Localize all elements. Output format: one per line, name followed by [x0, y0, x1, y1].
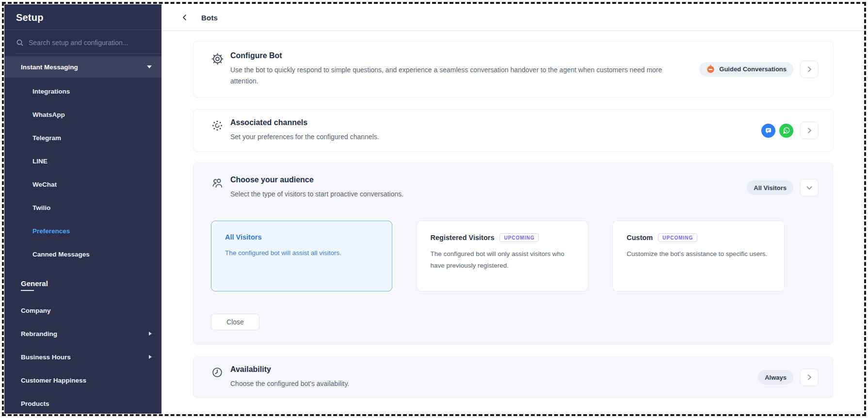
search-input[interactable] — [29, 39, 140, 47]
card-text: Associated channels Set your preferences… — [230, 118, 761, 143]
sidebar-item-products[interactable]: Products — [4, 392, 161, 414]
chevron-right-icon — [149, 355, 152, 359]
collapse-audience-button[interactable] — [800, 179, 819, 196]
setup-sidebar: Setup Instant Messaging Integrations Wha… — [4, 4, 161, 414]
sidebar-item-label: Business Hours — [21, 354, 71, 361]
panel-header: Choose your audience Select the type of … — [211, 176, 819, 200]
settings-list: Configure Bot Use the bot to quickly res… — [161, 31, 864, 414]
sidebar-item-label: Twilio — [32, 204, 50, 211]
sidebar-item-wechat[interactable]: WeChat — [4, 173, 161, 196]
audience-option-custom[interactable]: Custom UPCOMING Customize the bot's assi… — [612, 221, 785, 291]
badge-label: Always — [765, 374, 787, 381]
page-title: Bots — [201, 14, 218, 22]
chevron-right-icon — [806, 66, 813, 73]
search-icon — [16, 39, 24, 47]
sidebar-item-label: Integrations — [32, 88, 70, 95]
sidebar-item-label: Telegram — [32, 134, 61, 142]
sidebar-item-integrations[interactable]: Integrations — [4, 80, 161, 103]
card-controls: All Visitors — [747, 179, 819, 196]
section-header-label: General — [21, 279, 161, 288]
close-button[interactable]: Close — [211, 314, 259, 330]
open-configure-bot-button[interactable] — [800, 61, 819, 78]
sidebar-item-twilio[interactable]: Twilio — [4, 196, 161, 219]
channels-icon — [211, 118, 230, 134]
sidebar-item-label: WeChat — [32, 181, 57, 188]
card-title: Availability — [230, 365, 746, 374]
channel-icons — [761, 124, 793, 138]
sidebar-section-general: General — [4, 272, 161, 299]
option-description: The configured bot will assist all visit… — [225, 247, 378, 259]
chevron-down-icon — [806, 184, 813, 191]
sidebar-item-label: Instant Messaging — [21, 64, 78, 71]
bot-icon — [706, 64, 715, 74]
sidebar-item-label: Canned Messages — [32, 251, 90, 258]
availability-badge: Always — [758, 370, 793, 385]
sidebar-item-whatsapp[interactable]: WhatsApp — [4, 103, 161, 126]
instant-messaging-submenu: Integrations WhatsApp Telegram LINE WeCh… — [4, 78, 161, 266]
badge-label: All Visitors — [754, 184, 787, 192]
option-description: Customize the bot's assistance to specif… — [627, 248, 771, 260]
sidebar-item-canned-messages[interactable]: Canned Messages — [4, 242, 161, 266]
card-title: Associated channels — [230, 118, 750, 127]
card-text: Choose your audience Select the type of … — [230, 176, 747, 200]
card-controls — [761, 122, 819, 139]
audience-option-registered-visitors[interactable]: Registered Visitors UPCOMING The configu… — [417, 221, 589, 291]
card-description: Select the type of visitors to start pro… — [230, 189, 662, 200]
card-title: Configure Bot — [230, 51, 688, 60]
livechat-icon — [761, 124, 775, 138]
sidebar-item-preferences[interactable]: Preferences — [4, 219, 161, 242]
card-text: Configure Bot Use the bot to quickly res… — [230, 51, 699, 87]
chevron-right-icon — [806, 374, 813, 381]
app-window: Setup Instant Messaging Integrations Wha… — [4, 4, 864, 414]
main-area: Bots — [161, 4, 864, 414]
card-description: Choose the configured bot's availability… — [230, 378, 662, 389]
sidebar-item-instant-messaging[interactable]: Instant Messaging — [4, 56, 161, 78]
card-controls: Always — [758, 369, 819, 386]
sidebar-item-customer-happiness[interactable]: Customer Happiness — [4, 369, 161, 392]
page-header: Bots — [161, 4, 864, 31]
availability-card[interactable]: Availability Choose the configured bot's… — [193, 356, 834, 398]
badge-label: Guided Conversations — [719, 65, 787, 73]
gear-icon — [211, 51, 230, 67]
card-description: Use the bot to quickly respond to simple… — [230, 64, 667, 87]
sidebar-item-rebranding[interactable]: Rebranding — [4, 322, 161, 345]
sidebar-item-label: LINE — [32, 158, 48, 165]
audience-option-all-visitors[interactable]: All Visitors The configured bot will ass… — [211, 221, 392, 291]
back-button[interactable] — [181, 14, 189, 21]
open-associated-channels-button[interactable] — [800, 122, 819, 139]
sidebar-item-label: Products — [21, 400, 49, 407]
sidebar-search[interactable] — [4, 30, 161, 53]
sidebar-item-label: WhatsApp — [32, 111, 65, 118]
guided-conversations-badge: Guided Conversations — [699, 62, 793, 77]
card-text: Availability Choose the configured bot's… — [230, 365, 758, 389]
sidebar-item-company[interactable]: Company — [4, 299, 161, 322]
audience-icon — [211, 176, 230, 192]
clock-icon — [211, 365, 230, 381]
screenshot-frame: Setup Instant Messaging Integrations Wha… — [0, 0, 868, 418]
audience-options: All Visitors The configured bot will ass… — [211, 221, 785, 291]
option-title: Registered Visitors — [431, 234, 495, 241]
upcoming-badge: UPCOMING — [658, 233, 697, 242]
chevron-right-icon — [149, 332, 152, 336]
sidebar-item-business-hours[interactable]: Business Hours — [4, 345, 161, 369]
sidebar-item-telegram[interactable]: Telegram — [4, 126, 161, 149]
selected-audience-badge: All Visitors — [747, 180, 793, 195]
chevron-right-icon — [806, 127, 813, 134]
associated-channels-card[interactable]: Associated channels Set your preferences… — [193, 109, 834, 152]
choose-audience-panel: Choose your audience Select the type of … — [193, 162, 834, 345]
chevron-down-icon — [147, 65, 152, 68]
card-controls: Guided Conversations — [699, 61, 819, 78]
sidebar-title: Setup — [4, 4, 161, 30]
sidebar-item-label: Preferences — [32, 227, 70, 235]
card-title: Choose your audience — [230, 176, 735, 184]
chevron-left-icon — [181, 14, 189, 21]
option-description: The configured bot will only assist visi… — [431, 248, 575, 271]
upcoming-badge: UPCOMING — [499, 233, 539, 242]
sidebar-item-label: Rebranding — [21, 330, 57, 338]
open-availability-button[interactable] — [800, 369, 819, 386]
sidebar-item-label: Customer Happiness — [21, 377, 86, 384]
configure-bot-card[interactable]: Configure Bot Use the bot to quickly res… — [193, 41, 834, 97]
option-title: All Visitors — [225, 233, 261, 241]
section-header-underline — [21, 290, 34, 291]
sidebar-item-line[interactable]: LINE — [4, 149, 161, 173]
